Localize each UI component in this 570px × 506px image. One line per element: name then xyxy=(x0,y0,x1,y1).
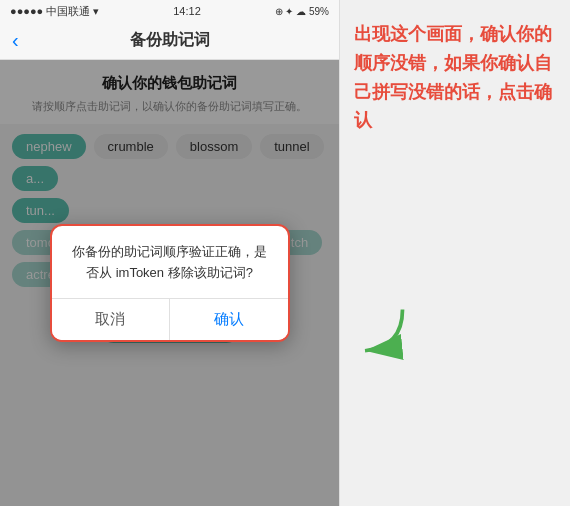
phone-mockup: ●●●●● 中国联通 ▾ 14:12 ⊕ ✦ ☁ 59% ‹ 备份助记词 确认你… xyxy=(0,0,340,506)
arrow-container xyxy=(350,302,410,366)
status-bar: ●●●●● 中国联通 ▾ 14:12 ⊕ ✦ ☁ 59% xyxy=(0,0,339,22)
annotation-area: 出现这个画面，确认你的顺序没错，如果你确认自己拼写没错的话，点击确认 xyxy=(340,0,570,506)
back-button[interactable]: ‹ xyxy=(12,29,19,52)
battery-icon: ⊕ ✦ ☁ 59% xyxy=(275,6,329,17)
page-content: 确认你的钱包助记词 请按顺序点击助记词，以确认你的备份助记词填写正确。 neph… xyxy=(0,60,339,506)
signal-icon: ●●●●● 中国联通 ▾ xyxy=(10,4,99,19)
dialog-confirm-button[interactable]: 确认 xyxy=(170,299,288,340)
dialog-cancel-button[interactable]: 取消 xyxy=(52,299,171,340)
arrow-icon xyxy=(350,302,410,362)
annotation-text: 出现这个画面，确认你的顺序没错，如果你确认自己拼写没错的话，点击确认 xyxy=(354,20,556,135)
dialog-overlay: 你备份的助记词顺序验证正确，是否从 imToken 移除该助记词? 取消 确认 xyxy=(0,60,339,506)
status-time: 14:12 xyxy=(173,5,201,17)
dialog-box: 你备份的助记词顺序验证正确，是否从 imToken 移除该助记词? 取消 确认 xyxy=(50,224,290,342)
nav-title: 备份助记词 xyxy=(130,30,210,51)
status-left: ●●●●● 中国联通 ▾ xyxy=(10,4,99,19)
dialog-body: 你备份的助记词顺序验证正确，是否从 imToken 移除该助记词? xyxy=(52,226,288,298)
dialog-buttons: 取消 确认 xyxy=(52,298,288,340)
nav-bar: ‹ 备份助记词 xyxy=(0,22,339,60)
status-right: ⊕ ✦ ☁ 59% xyxy=(275,6,329,17)
dialog-message: 你备份的助记词顺序验证正确，是否从 imToken 移除该助记词? xyxy=(70,242,270,284)
